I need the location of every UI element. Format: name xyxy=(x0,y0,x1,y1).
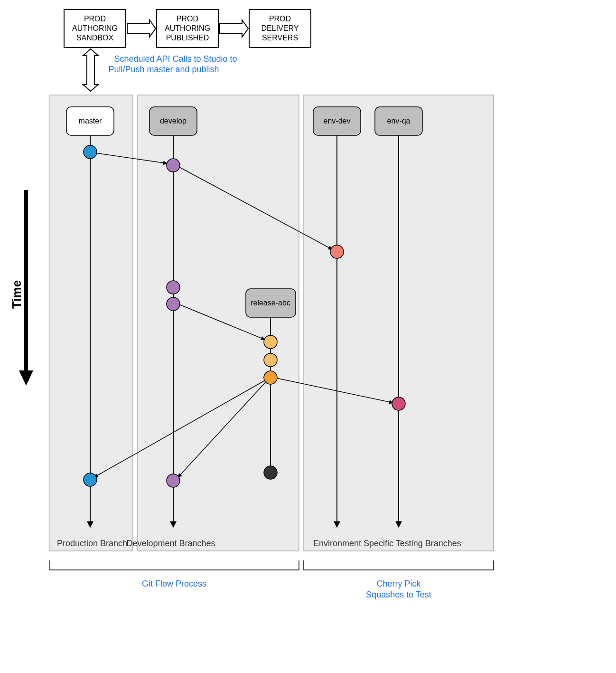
time-label: Time xyxy=(9,280,24,309)
develop-branch-label: develop xyxy=(160,117,187,125)
gitflow-label: Git Flow Process xyxy=(142,579,206,588)
commit-develop-3 xyxy=(167,297,180,311)
prod-delivery-l1: PROD xyxy=(269,15,291,23)
arrow-published-to-delivery xyxy=(220,20,248,37)
commit-release-3 xyxy=(264,371,277,384)
commit-release-end xyxy=(264,466,277,479)
time-arrow: Time xyxy=(9,190,33,386)
cherry-label-l2: Squashes to Test xyxy=(366,590,431,599)
prod-sandbox-l2: AUTHORING xyxy=(72,24,118,32)
env-dev-branch-label: env-dev xyxy=(324,117,351,125)
env-qa-branch-label: env-qa xyxy=(387,117,411,125)
commit-develop-1 xyxy=(167,159,180,172)
commit-develop-2 xyxy=(167,281,180,294)
commit-release-2 xyxy=(264,353,277,367)
env-section-label: Environment Specific Testing Branches xyxy=(313,539,461,548)
top-caption-l1: Scheduled API Calls to Studio to xyxy=(114,54,237,64)
prod-published-l1: PROD xyxy=(177,15,198,23)
prod-delivery-l2: DELIVERY xyxy=(261,24,299,32)
prod-published-box: PROD AUTHORING PUBLISHED xyxy=(157,9,218,47)
cherry-label-l1: Cherry Pick xyxy=(376,579,421,588)
release-branch-box: release-abc xyxy=(246,289,296,317)
commit-envdev-1 xyxy=(330,245,344,258)
master-branch-box: master xyxy=(66,107,114,135)
dev-panel xyxy=(138,95,299,551)
prod-delivery-box: PROD DELIVERY SERVERS xyxy=(249,9,311,47)
prod-delivery-l3: SERVERS xyxy=(262,34,298,42)
gitflow-bracket: Git Flow Process xyxy=(50,560,299,588)
release-branch-label: release-abc xyxy=(251,299,290,307)
env-qa-branch-box: env-qa xyxy=(375,107,422,135)
cherry-bracket: Cherry Pick Squashes to Test xyxy=(304,560,494,599)
env-dev-branch-box: env-dev xyxy=(313,107,361,135)
commit-envqa-1 xyxy=(392,397,405,410)
arrow-sandbox-to-master xyxy=(83,49,101,93)
commit-master-2 xyxy=(84,473,97,486)
top-caption-l2: Pull/Push master and publish xyxy=(108,65,219,74)
prod-published-l3: PUBLISHED xyxy=(166,34,209,42)
prod-sandbox-box: PROD AUTHORING SANDBOX xyxy=(64,9,126,47)
commit-release-1 xyxy=(264,335,277,349)
prod-section-label: Production Branch xyxy=(57,539,127,548)
prod-sandbox-l1: PROD xyxy=(84,15,106,23)
commit-develop-4 xyxy=(167,474,180,487)
prod-sandbox-l3: SANDBOX xyxy=(76,34,114,42)
arrow-sandbox-to-published xyxy=(127,20,156,37)
master-branch-label: master xyxy=(79,117,103,125)
prod-published-l2: AUTHORING xyxy=(165,24,210,32)
develop-branch-box: develop xyxy=(149,107,197,135)
dev-section-label: Development Branches xyxy=(126,539,215,548)
commit-master-1 xyxy=(84,145,97,159)
